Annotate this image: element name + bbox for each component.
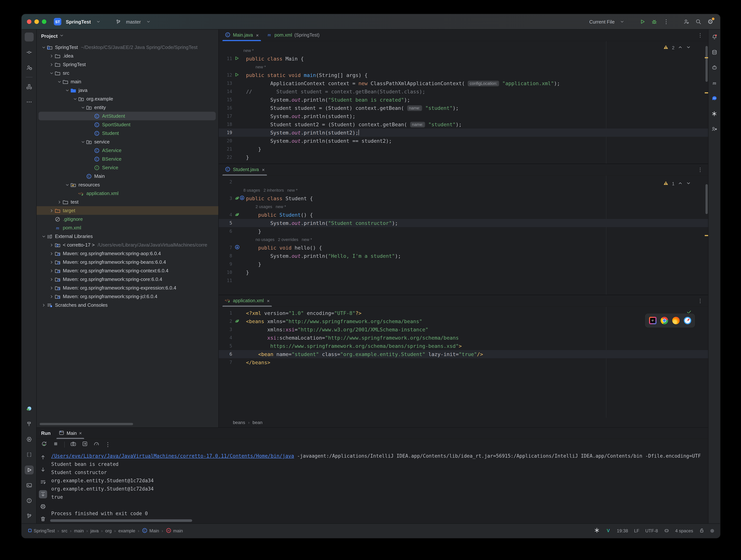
tree-item-service[interactable]: IService xyxy=(37,163,218,172)
chevron-right-icon[interactable] xyxy=(48,251,55,256)
tree-item-student[interactable]: CStudent xyxy=(37,129,218,138)
commit-icon[interactable] xyxy=(24,48,33,57)
chevron-down-icon[interactable] xyxy=(41,234,47,239)
gopher-icon[interactable] xyxy=(24,404,33,413)
background-task-dot[interactable] xyxy=(710,529,714,533)
line-number[interactable]: 11 xyxy=(219,55,234,63)
softwrap-icon[interactable] xyxy=(39,478,47,486)
chrome-icon[interactable] xyxy=(660,317,668,324)
line-number[interactable]: 5 xyxy=(219,342,234,350)
code-with-me-add-icon[interactable] xyxy=(682,17,691,26)
tree-item-maven-org-springframework-spring-aop-6-0-4[interactable]: Maven: org.springframework:spring-aop:6.… xyxy=(37,249,218,258)
tree-item-bservice[interactable]: CBService xyxy=(37,155,218,163)
status-crumb-java[interactable]: java xyxy=(90,528,98,534)
spring-bean-icon[interactable] xyxy=(235,194,239,203)
spring-bean-icon[interactable] xyxy=(235,317,239,325)
chevron-right-icon[interactable] xyxy=(48,54,55,58)
line-number[interactable]: 11 xyxy=(219,276,234,285)
tree-item-target[interactable]: target xyxy=(37,206,218,215)
tree-item-maven-org-springframework-spring-beans-6-0-4[interactable]: Maven: org.springframework:spring-beans:… xyxy=(37,258,218,266)
chevron-right-icon[interactable] xyxy=(48,268,55,273)
tree-item-aservice[interactable]: CAService xyxy=(37,146,218,155)
tree-item-maven-org-springframework-spring-jcl-6-0-4[interactable]: Maven: org.springframework:spring-jcl:6.… xyxy=(37,292,218,301)
chevron-right-icon[interactable] xyxy=(48,286,55,290)
line-number[interactable]: 18 xyxy=(219,120,234,129)
tree-item-maven-org-springframework-spring-context-6-0-4[interactable]: Maven: org.springframework:spring-contex… xyxy=(37,266,218,275)
tree-item-artstudent[interactable]: CArtStudent xyxy=(37,112,218,120)
line-number[interactable]: 20 xyxy=(219,137,234,145)
prev-warning-icon[interactable] xyxy=(678,45,683,51)
editor-options-icon[interactable]: ⋮ xyxy=(695,298,706,304)
next-warning-icon[interactable] xyxy=(686,45,691,51)
more-icon[interactable] xyxy=(24,97,33,106)
branch-widget[interactable]: master xyxy=(126,19,141,24)
tree-item-main[interactable]: main xyxy=(37,77,218,86)
file-writable[interactable] xyxy=(699,528,704,534)
code-with-me-icon[interactable] xyxy=(710,125,719,133)
openai-status[interactable] xyxy=(594,528,600,534)
tree-item-service[interactable]: service xyxy=(37,138,218,146)
spring-bean-icon[interactable] xyxy=(235,211,239,219)
overridden-marker-icon[interactable] xyxy=(240,194,245,203)
editor-tab-application-xml[interactable]: </>application.xml× xyxy=(221,295,273,306)
scrollend-icon[interactable] xyxy=(39,490,47,498)
gutter-icons[interactable] xyxy=(234,317,245,325)
status-crumb-springtest[interactable]: SpringTest xyxy=(28,528,55,534)
tree-item-springtest[interactable]: SpringTest xyxy=(37,60,218,69)
line-number[interactable]: 1 xyxy=(219,309,234,317)
line-number[interactable]: 2 xyxy=(219,178,234,186)
line-number[interactable]: 6 xyxy=(219,350,234,358)
usage-hint[interactable]: 2 usages new * xyxy=(219,203,708,211)
editor-options-icon[interactable]: ⋮ xyxy=(695,32,706,38)
editor-tab-student-java[interactable]: CStudent.java× xyxy=(221,164,268,175)
tree-item-corretto-17[interactable]: < corretto-17 >/Users/eve/Library/Java/J… xyxy=(37,241,218,249)
close-icon[interactable]: × xyxy=(256,32,259,38)
close-icon[interactable]: × xyxy=(267,298,270,304)
database-icon[interactable] xyxy=(710,48,719,57)
minimize-window-button[interactable] xyxy=(35,19,39,24)
status-crumb-main[interactable]: main xyxy=(74,528,84,534)
editor-scrollbar[interactable] xyxy=(705,184,708,214)
editor-tab-main-java[interactable]: CMain.java× xyxy=(221,29,262,41)
run-play-icon[interactable] xyxy=(24,466,33,474)
line-number[interactable]: 7 xyxy=(219,244,234,252)
tree-item-src[interactable]: src xyxy=(37,69,218,77)
chat-icon[interactable] xyxy=(710,94,719,103)
tree-item-test[interactable]: test xyxy=(37,197,218,206)
warning-stripe[interactable] xyxy=(705,92,708,93)
line-number[interactable]: 21 xyxy=(219,145,234,153)
usage-hint[interactable]: new * xyxy=(219,46,708,55)
warning-stripe[interactable] xyxy=(705,57,708,58)
debug-icon[interactable] xyxy=(650,17,659,26)
copilot-status[interactable] xyxy=(664,528,669,534)
problems-icon[interactable] xyxy=(24,496,33,505)
usage-hint[interactable]: no usages 2 overrides new * xyxy=(219,235,708,244)
prev-warning-icon[interactable] xyxy=(678,181,683,186)
line-separator[interactable]: LF xyxy=(634,528,639,534)
ai-assistant-icon[interactable] xyxy=(710,63,719,72)
printer-icon[interactable] xyxy=(39,502,47,511)
warning-icon[interactable] xyxy=(663,180,669,187)
usage-hint[interactable]: 8 usages 2 inheritors new * xyxy=(219,186,708,194)
chevron-down-icon[interactable] xyxy=(72,97,78,101)
line-number[interactable]: 10 xyxy=(219,268,234,276)
line-number[interactable]: 19 xyxy=(219,129,234,137)
chevron-down-icon[interactable] xyxy=(80,105,86,110)
hammer-icon[interactable] xyxy=(24,419,33,428)
chevron-down-icon[interactable] xyxy=(56,79,62,84)
tree-item-main[interactable]: CMain xyxy=(37,172,218,180)
gutter-icons[interactable] xyxy=(234,211,245,219)
more-actions-icon[interactable]: ⋮ xyxy=(105,441,111,448)
line-number[interactable]: 15 xyxy=(219,96,234,104)
warning-stripe[interactable] xyxy=(705,235,708,236)
line-number[interactable]: 22 xyxy=(219,153,234,161)
maven-m-icon[interactable]: m xyxy=(710,78,719,87)
chevron-right-icon[interactable] xyxy=(48,62,55,67)
gutter-icons[interactable] xyxy=(234,71,245,79)
indent-style[interactable]: 4 spaces xyxy=(675,528,693,534)
tree-item-pom-xml[interactable]: mpom.xml xyxy=(37,223,218,232)
editor-scrollbar[interactable] xyxy=(705,46,708,82)
tree-item-resources[interactable]: resources xyxy=(37,180,218,189)
trash-icon[interactable] xyxy=(39,515,47,523)
console-horizontal-scrollbar[interactable] xyxy=(50,519,192,522)
